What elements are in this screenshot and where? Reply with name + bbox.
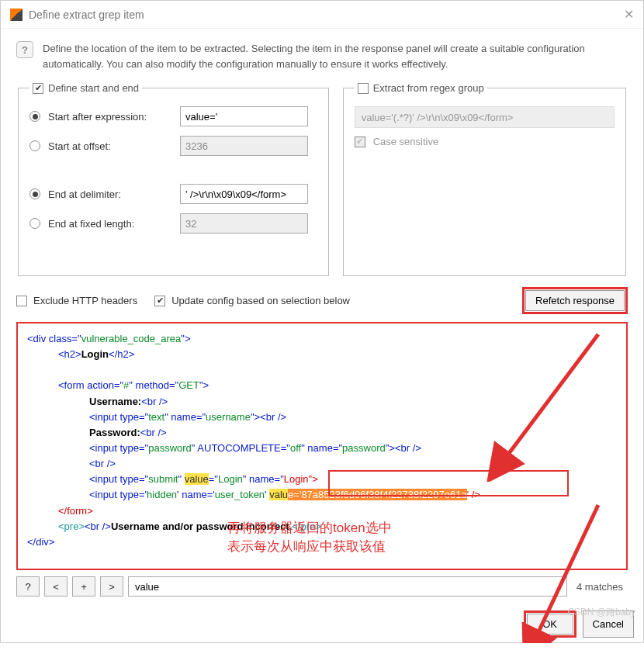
- update-config-label: Update config based on selection below: [171, 295, 350, 306]
- search-prev-button[interactable]: <: [44, 576, 68, 597]
- code-text: <div class=": [27, 333, 81, 344]
- case-sensitive-checkbox: ✔: [355, 137, 365, 147]
- close-icon[interactable]: ✕: [624, 7, 634, 22]
- response-panel[interactable]: <div class="vulnerable_code_area"> <h2>L…: [16, 322, 628, 570]
- search-add-button[interactable]: +: [72, 576, 95, 597]
- end-at-fixed-length-radio[interactable]: [29, 218, 40, 229]
- exclude-http-label: Exclude HTTP headers: [33, 295, 137, 306]
- help-text: Define the location of the item to be ex…: [43, 41, 628, 71]
- ok-button[interactable]: OK: [527, 614, 573, 635]
- end-at-delimiter-label: End at delimiter:: [48, 189, 172, 200]
- update-config-checkbox[interactable]: ✔: [154, 296, 165, 306]
- annotation-text: 再将服务器返回的token选中 表示每次从响应中获取该值: [227, 519, 392, 556]
- titlebar: Define extract grep item ✕: [1, 1, 643, 29]
- end-at-delimiter-input[interactable]: [180, 184, 308, 204]
- search-help-button[interactable]: ?: [16, 576, 40, 597]
- start-after-expression-input[interactable]: [180, 106, 308, 126]
- regex-input: value='(.*?)' />\r\n\x09\x09</form>: [355, 106, 615, 128]
- define-start-end-panel: ✔ Define start and end Start after expre…: [18, 82, 329, 276]
- case-sensitive-label: Case sensitive: [373, 136, 439, 147]
- end-at-fixed-length-label: End at fixed length:: [48, 218, 172, 230]
- app-logo-icon: [10, 9, 23, 21]
- help-icon[interactable]: ?: [16, 41, 33, 58]
- search-next-button[interactable]: >: [100, 576, 123, 597]
- search-input[interactable]: [128, 576, 567, 597]
- extract-regex-panel: Extract from regex group value='(.*?)' /…: [343, 82, 626, 276]
- start-after-expression-radio[interactable]: [29, 111, 40, 122]
- start-at-offset-radio[interactable]: [29, 140, 40, 151]
- end-at-delimiter-radio[interactable]: [29, 189, 40, 199]
- watermark: CSDN @路baby: [567, 606, 635, 619]
- window-title: Define extract grep item: [29, 9, 624, 21]
- define-start-end-label: Define start and end: [48, 82, 139, 94]
- extract-regex-label: Extract from regex group: [373, 82, 484, 94]
- end-at-fixed-length-input: [180, 213, 308, 233]
- start-at-offset-label: Start at offset:: [48, 140, 172, 152]
- match-count: 4 matches: [572, 581, 628, 593]
- annotation-box: [328, 470, 569, 496]
- define-start-end-checkbox[interactable]: ✔: [33, 83, 43, 94]
- refetch-response-button[interactable]: Refetch response: [525, 290, 625, 311]
- start-after-expression-label: Start after expression:: [48, 111, 172, 123]
- exclude-http-checkbox[interactable]: [16, 296, 27, 306]
- start-at-offset-input: [180, 136, 308, 156]
- extract-regex-checkbox[interactable]: [358, 83, 369, 94]
